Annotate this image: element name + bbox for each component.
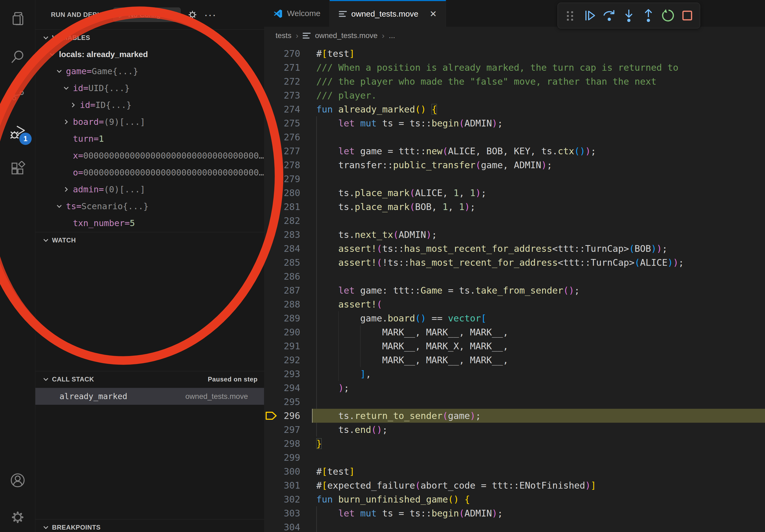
breadcrumb-more[interactable]: ...: [389, 31, 395, 40]
editor-gutter[interactable]: 290: [264, 325, 316, 339]
code-text[interactable]: );: [316, 381, 765, 395]
tab-owned-tests[interactable]: owned_tests.move ✕: [330, 0, 446, 27]
editor-gutter[interactable]: 302: [264, 492, 316, 506]
restart-button[interactable]: [659, 7, 677, 24]
code-text[interactable]: transfer::public_transfer(game, ADMIN);: [316, 158, 765, 172]
editor-gutter[interactable]: 280: [264, 186, 316, 200]
editor-gutter[interactable]: 300: [264, 464, 316, 478]
editor-gutter[interactable]: 283: [264, 228, 316, 242]
variable-row[interactable]: board = (9)[...]: [35, 113, 264, 130]
code-text[interactable]: #[test]: [316, 47, 765, 61]
step-over-button[interactable]: [601, 7, 618, 24]
editor-gutter[interactable]: 294: [264, 381, 316, 395]
code-line[interactable]: 290 MARK__, MARK__, MARK__,: [264, 325, 765, 339]
code-text[interactable]: [316, 172, 765, 186]
editor-gutter[interactable]: 293: [264, 367, 316, 381]
breadcrumb-folder[interactable]: tests: [276, 31, 291, 40]
editor-gutter[interactable]: 282: [264, 214, 316, 228]
code-text[interactable]: ts.end();: [316, 423, 765, 437]
editor-gutter[interactable]: 303: [264, 506, 316, 520]
chevron-right-icon[interactable]: [63, 119, 70, 126]
variable-row[interactable]: ts = Scenario{...}: [35, 198, 264, 215]
variable-row[interactable]: game = Game{...}: [35, 63, 264, 80]
code-text[interactable]: ts.next_tx(ADMIN);: [316, 228, 765, 242]
code-line[interactable]: 292 MARK__, MARK__, MARK__,: [264, 353, 765, 367]
code-line[interactable]: 299: [264, 450, 765, 464]
code-line[interactable]: 301#[expected_failure(abort_code = ttt::…: [264, 478, 765, 492]
code-line[interactable]: 298}: [264, 437, 765, 450]
code-text[interactable]: /// When a position is already marked, t…: [316, 61, 765, 75]
code-line[interactable]: 282: [264, 214, 765, 228]
code-text[interactable]: [316, 130, 765, 144]
code-text[interactable]: fun already_marked() {: [316, 102, 765, 116]
explorer-icon[interactable]: [0, 4, 35, 34]
source-control-icon[interactable]: [0, 79, 35, 109]
variable-row[interactable]: locals: already_marked: [35, 46, 264, 63]
code-line[interactable]: 287 let game: ttt::Game = ts.take_from_s…: [264, 283, 765, 297]
extensions-icon[interactable]: [0, 154, 35, 183]
editor-gutter[interactable]: 276: [264, 130, 316, 144]
code-line[interactable]: 273/// player.: [264, 89, 765, 102]
code-text[interactable]: MARK__, MARK_X, MARK__,: [316, 339, 765, 353]
code-line[interactable]: 304: [264, 520, 765, 532]
tab-welcome[interactable]: Welcome: [264, 0, 330, 27]
code-text[interactable]: [316, 269, 765, 283]
editor-gutter[interactable]: 277: [264, 144, 316, 158]
code-text[interactable]: ts.return_to_sender(game);: [312, 409, 765, 423]
code-line[interactable]: 291 MARK__, MARK_X, MARK__,: [264, 339, 765, 353]
code-line[interactable]: 297 ts.end();: [264, 423, 765, 437]
editor-gutter[interactable]: 278: [264, 158, 316, 172]
code-line[interactable]: 271/// When a position is already marked…: [264, 61, 765, 75]
call-stack-section-header[interactable]: CALL STACK Paused on step: [35, 371, 264, 387]
editor-gutter[interactable]: 272: [264, 75, 316, 89]
editor-gutter[interactable]: 279: [264, 172, 316, 186]
editor-gutter[interactable]: 299: [264, 450, 316, 464]
code-line[interactable]: 270#[test]: [264, 47, 765, 61]
code-text[interactable]: game.board() == vector[: [316, 311, 765, 325]
code-line[interactable]: 300#[test]: [264, 464, 765, 478]
code-line[interactable]: 275 let mut ts = ts::begin(ADMIN);: [264, 116, 765, 130]
code-text[interactable]: assert!(ts::has_most_recent_for_address<…: [316, 242, 765, 256]
editor-gutter[interactable]: 287: [264, 283, 316, 297]
code-text[interactable]: MARK__, MARK__, MARK__,: [316, 353, 765, 367]
code-text[interactable]: [316, 520, 765, 532]
step-out-button[interactable]: [640, 7, 657, 24]
chevron-down-icon[interactable]: [49, 51, 56, 58]
stop-button[interactable]: [679, 7, 696, 24]
editor-gutter[interactable]: 273: [264, 89, 316, 102]
editor-gutter[interactable]: 275: [264, 116, 316, 130]
code-text[interactable]: [316, 395, 765, 409]
code-text[interactable]: MARK__, MARK__, MARK__,: [316, 325, 765, 339]
more-actions-icon[interactable]: ···: [204, 9, 217, 21]
code-text[interactable]: assert!(!ts::has_most_recent_for_address…: [316, 256, 765, 269]
editor-gutter[interactable]: 289: [264, 311, 316, 325]
editor-gutter[interactable]: 297: [264, 423, 316, 437]
chevron-down-icon[interactable]: [56, 68, 63, 75]
drag-handle-icon[interactable]: [561, 7, 579, 24]
code-text[interactable]: #[expected_failure(abort_code = ttt::ENo…: [316, 478, 765, 492]
editor-gutter[interactable]: 274: [264, 102, 316, 116]
code-line[interactable]: 289 game.board() == vector[: [264, 311, 765, 325]
code-line[interactable]: 278 transfer::public_transfer(game, ADMI…: [264, 158, 765, 172]
editor-gutter[interactable]: 284: [264, 242, 316, 256]
stack-frame-row[interactable]: already_marked owned_tests.move: [35, 388, 264, 405]
code-line[interactable]: 279: [264, 172, 765, 186]
variable-row[interactable]: id = UID{...}: [35, 80, 264, 97]
editor-gutter[interactable]: 291: [264, 339, 316, 353]
code-text[interactable]: /// the player who made the "false" move…: [316, 75, 765, 89]
code-line[interactable]: 286: [264, 269, 765, 283]
editor-gutter[interactable]: 304: [264, 520, 316, 532]
code-line[interactable]: 284 assert!(ts::has_most_recent_for_addr…: [264, 242, 765, 256]
code-text[interactable]: assert!(: [316, 297, 765, 311]
code-line[interactable]: 277 let game = ttt::new(ALICE, BOB, KEY,…: [264, 144, 765, 158]
variable-row[interactable]: turn = 1: [35, 130, 264, 147]
start-debug-icon[interactable]: [117, 10, 126, 19]
debug-settings-gear-icon[interactable]: [187, 9, 198, 21]
breadcrumb-file[interactable]: owned_tests.move: [315, 31, 378, 40]
chevron-right-icon[interactable]: [63, 186, 70, 193]
settings-gear-icon[interactable]: [0, 502, 35, 532]
code-text[interactable]: }: [316, 437, 765, 450]
code-editor[interactable]: 270#[test]271/// When a position is alre…: [264, 44, 765, 532]
editor-gutter[interactable]: 295: [264, 395, 316, 409]
editor-gutter[interactable]: 271: [264, 61, 316, 75]
